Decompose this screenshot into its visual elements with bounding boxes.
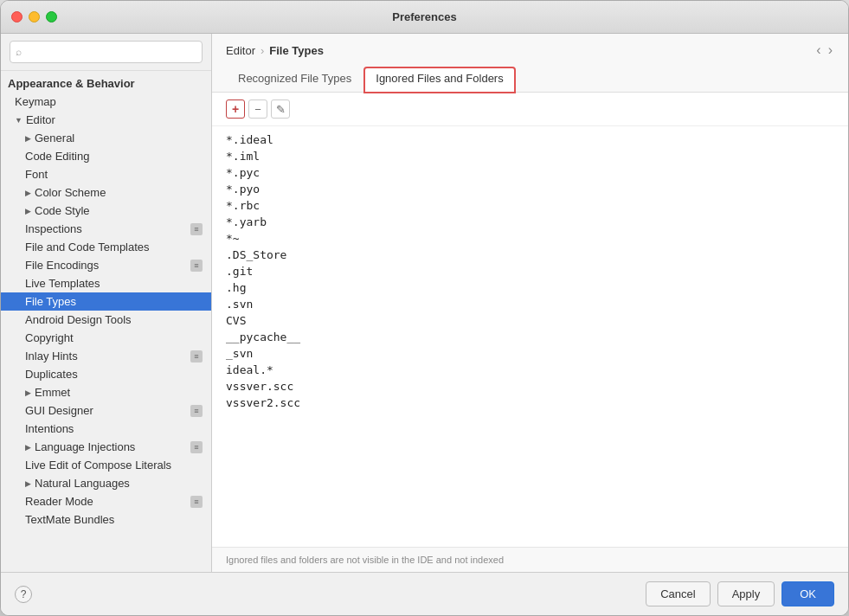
tab-recognized[interactable]: Recognized File Types bbox=[226, 67, 363, 92]
settings-badge: ≡ bbox=[190, 350, 203, 363]
file-item[interactable]: .DS_Store bbox=[226, 247, 834, 263]
ok-button[interactable]: OK bbox=[781, 581, 834, 606]
add-button[interactable]: + bbox=[226, 99, 245, 119]
sidebar-item-inspections[interactable]: Inspections ≡ bbox=[1, 220, 211, 238]
file-item[interactable]: *.pyo bbox=[226, 181, 834, 197]
sidebar-item-reader-mode[interactable]: Reader Mode ≡ bbox=[1, 492, 211, 510]
sidebar-item-label: Emmet bbox=[35, 386, 70, 399]
tab-label: Recognized File Types bbox=[238, 72, 351, 85]
sidebar-item-natural-languages[interactable]: ▶ Natural Languages bbox=[1, 474, 211, 492]
sidebar-item-label: Copyright bbox=[25, 331, 74, 344]
file-list: *.ideal *.iml *.pyc *.pyo *.rbc *.yarb *… bbox=[212, 126, 848, 547]
file-item[interactable]: CVS bbox=[226, 312, 834, 329]
file-item[interactable]: .hg bbox=[226, 279, 834, 296]
file-item[interactable]: vssver2.scc bbox=[226, 395, 834, 411]
file-item[interactable]: ideal.* bbox=[226, 362, 834, 378]
file-item[interactable]: _svn bbox=[226, 345, 834, 362]
minimize-button[interactable] bbox=[29, 11, 40, 22]
arrow-icon: ▶ bbox=[25, 134, 31, 143]
sidebar-item-intentions[interactable]: Intentions bbox=[1, 420, 211, 438]
file-item[interactable]: __pycache__ bbox=[226, 329, 834, 345]
sidebar-item-label: Intentions bbox=[25, 422, 74, 435]
sidebar-item-duplicates[interactable]: Duplicates bbox=[1, 365, 211, 383]
sidebar-item-label: GUI Designer bbox=[25, 404, 93, 417]
sidebar-item-label: Android Design Tools bbox=[25, 313, 132, 326]
settings-badge: ≡ bbox=[190, 441, 203, 453]
sidebar-item-file-code-templates[interactable]: File and Code Templates bbox=[1, 238, 211, 256]
sidebar-item-general[interactable]: ▶ General bbox=[1, 129, 211, 147]
file-item[interactable]: *.rbc bbox=[226, 197, 834, 214]
search-icon: ⌕ bbox=[16, 46, 22, 58]
sidebar-item-emmet[interactable]: ▶ Emmet bbox=[1, 383, 211, 401]
sidebar-tree: Appearance & Behavior Keymap ▼ Editor ▶ … bbox=[1, 71, 211, 572]
sidebar-item-font[interactable]: Font bbox=[1, 165, 211, 183]
nav-arrows: ‹ › bbox=[814, 42, 834, 58]
sidebar-item-color-scheme[interactable]: ▶ Color Scheme bbox=[1, 183, 211, 202]
window-title: Preferences bbox=[392, 10, 456, 23]
right-panel: Editor › File Types ‹ › Recognized File … bbox=[212, 34, 848, 572]
sidebar-item-inlay-hints[interactable]: Inlay Hints ≡ bbox=[1, 347, 211, 365]
sidebar-item-label: Color Scheme bbox=[35, 186, 106, 199]
sidebar-item-label: File Types bbox=[25, 295, 76, 308]
sidebar-item-android-design-tools[interactable]: Android Design Tools bbox=[1, 311, 211, 329]
file-item[interactable]: vssver.scc bbox=[226, 378, 834, 395]
sidebar-item-label: Reader Mode bbox=[25, 495, 93, 508]
sidebar-item-label: Natural Languages bbox=[35, 477, 130, 490]
panel-header: Editor › File Types ‹ › Recognized File … bbox=[212, 34, 848, 93]
sidebar-item-editor[interactable]: ▼ Editor bbox=[1, 111, 211, 129]
sidebar-item-file-encodings[interactable]: File Encodings ≡ bbox=[1, 256, 211, 274]
sidebar-item-live-edit-compose[interactable]: Live Edit of Compose Literals bbox=[1, 456, 211, 474]
sidebar-item-appearance[interactable]: Appearance & Behavior bbox=[1, 74, 211, 93]
bottom-right: Cancel Apply OK bbox=[646, 581, 834, 606]
sidebar-item-code-style[interactable]: ▶ Code Style bbox=[1, 202, 211, 220]
settings-badge: ≡ bbox=[190, 496, 203, 508]
sidebar-item-keymap[interactable]: Keymap bbox=[1, 93, 211, 111]
file-item[interactable]: *.ideal bbox=[226, 132, 834, 148]
sidebar-item-file-types[interactable]: File Types bbox=[1, 292, 211, 311]
settings-badge: ≡ bbox=[190, 405, 203, 417]
sidebar-item-label: File Encodings bbox=[25, 259, 99, 272]
file-item[interactable]: .svn bbox=[226, 296, 834, 312]
tab-label: Ignored Files and Folders bbox=[376, 72, 503, 85]
sidebar-item-label: Duplicates bbox=[25, 368, 78, 381]
sidebar-item-language-injections[interactable]: ▶ Language Injections ≡ bbox=[1, 438, 211, 456]
file-item[interactable]: *~ bbox=[226, 230, 834, 247]
file-item[interactable]: *.pyc bbox=[226, 164, 834, 181]
sidebar-item-label: General bbox=[35, 132, 74, 144]
sidebar-item-textmate-bundles[interactable]: TextMate Bundles bbox=[1, 510, 211, 529]
sidebar-item-label: Code Style bbox=[35, 204, 90, 217]
breadcrumb-bar: Editor › File Types ‹ › bbox=[226, 42, 834, 58]
maximize-button[interactable] bbox=[46, 11, 57, 22]
file-item[interactable]: *.yarb bbox=[226, 214, 834, 230]
close-button[interactable] bbox=[11, 11, 23, 22]
nav-back-button[interactable]: ‹ bbox=[814, 42, 822, 58]
status-text: Ignored files and folders are not visibl… bbox=[226, 555, 504, 565]
tab-ignored[interactable]: Ignored Files and Folders bbox=[363, 67, 515, 93]
sidebar-item-label: File and Code Templates bbox=[25, 241, 150, 253]
arrow-icon: ▼ bbox=[15, 116, 23, 125]
toolbar-row: + − ✎ bbox=[212, 93, 848, 126]
sidebar-item-code-editing[interactable]: Code Editing bbox=[1, 147, 211, 165]
bottom-left: ? bbox=[15, 586, 32, 603]
search-input[interactable] bbox=[10, 41, 203, 63]
arrow-icon: ▶ bbox=[25, 207, 31, 215]
help-button[interactable]: ? bbox=[15, 586, 32, 603]
nav-forward-button[interactable]: › bbox=[826, 42, 834, 58]
file-item[interactable]: .git bbox=[226, 263, 834, 279]
sidebar-item-live-templates[interactable]: Live Templates bbox=[1, 274, 211, 292]
breadcrumb-separator: › bbox=[260, 44, 264, 57]
sidebar-item-label: Language Injections bbox=[35, 440, 135, 453]
sidebar-item-copyright[interactable]: Copyright bbox=[1, 329, 211, 347]
search-container: ⌕ bbox=[1, 34, 211, 71]
cancel-button[interactable]: Cancel bbox=[646, 581, 710, 606]
remove-button[interactable]: − bbox=[248, 99, 267, 119]
titlebar: Preferences bbox=[1, 1, 848, 34]
tabs-bar: Recognized File Types Ignored Files and … bbox=[226, 67, 834, 92]
apply-button[interactable]: Apply bbox=[717, 581, 775, 606]
settings-badge: ≡ bbox=[190, 223, 203, 235]
file-item[interactable]: *.iml bbox=[226, 148, 834, 164]
sidebar-item-label: Editor bbox=[26, 113, 55, 126]
preferences-window: Preferences ⌕ Appearance & Behavior Keym… bbox=[0, 0, 849, 616]
edit-button[interactable]: ✎ bbox=[271, 99, 290, 119]
sidebar-item-gui-designer[interactable]: GUI Designer ≡ bbox=[1, 401, 211, 420]
